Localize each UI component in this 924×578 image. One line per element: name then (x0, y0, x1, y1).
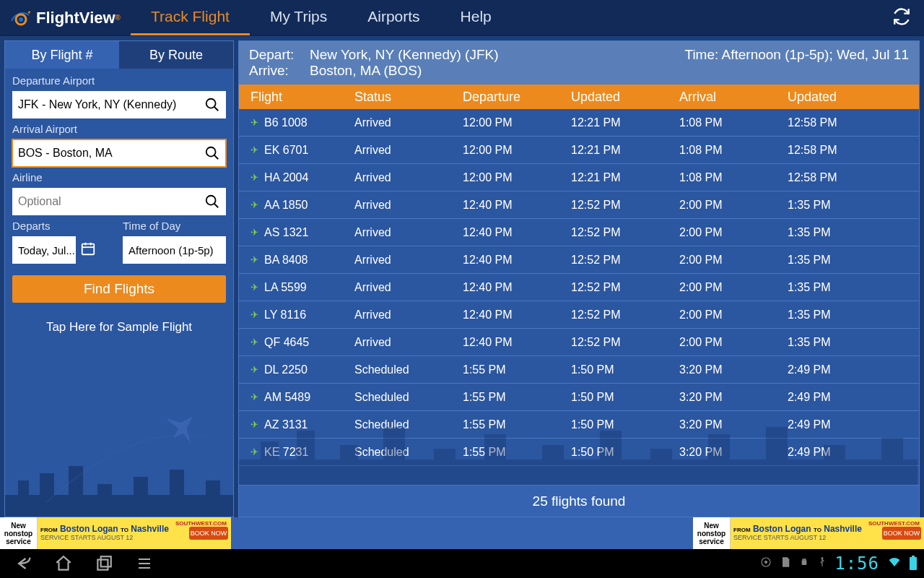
calendar-icon[interactable] (80, 241, 96, 259)
date-input[interactable]: Today, Jul... (12, 236, 76, 264)
arrival-input-wrap[interactable] (12, 139, 226, 167)
svg-point-21 (765, 561, 767, 564)
svg-line-3 (214, 107, 219, 111)
ad-banner-right[interactable]: New nonstop service FROM Boston Logan TO… (693, 517, 924, 549)
flight-row[interactable]: ✈LA 5599Arrived12:40 PM12:52 PM2:00 PM1:… (239, 274, 919, 301)
cell-departure: 12:00 PM (463, 171, 571, 184)
col-arrival: Arrival (679, 90, 788, 105)
plane-icon: ✈ (250, 419, 258, 430)
wifi-icon (886, 556, 902, 571)
ad-book-button[interactable]: BOOK NOW (189, 527, 228, 540)
cell-updated2: 1:35 PM (788, 336, 919, 349)
cell-departure: 1:55 PM (463, 418, 571, 431)
plane-icon: ✈ (250, 144, 258, 155)
back-icon[interactable] (13, 553, 33, 574)
sample-flight-link[interactable]: Tap Here for Sample Flight (12, 320, 226, 335)
cell-updated2: 12:58 PM (788, 116, 919, 129)
flight-row[interactable]: ✈EK 6701Arrived12:00 PM12:21 PM1:08 PM12… (239, 137, 919, 164)
cell-status: Arrived (354, 336, 463, 349)
gps-icon (759, 556, 772, 571)
cell-updated2: 2:49 PM (788, 363, 919, 376)
tab-airports[interactable]: Airports (347, 0, 440, 35)
col-updated2: Updated (788, 90, 919, 105)
airline-input[interactable] (18, 195, 204, 208)
flight-row[interactable]: ✈AS 1321Arrived12:40 PM12:52 PM2:00 PM1:… (239, 219, 919, 246)
flight-number: AZ 3131 (264, 418, 308, 431)
results-panel: Depart:New York, NY (Kennedy) (JFK) Arri… (238, 40, 920, 517)
svg-rect-8 (82, 244, 95, 255)
flight-row[interactable]: ✈AZ 3131Scheduled1:55 PM1:50 PM3:20 PM2:… (239, 411, 919, 439)
flight-number: AM 5489 (264, 391, 310, 404)
flight-row[interactable]: ✈BA 8408Arrived12:40 PM12:52 PM2:00 PM1:… (239, 246, 919, 274)
flight-row[interactable]: ✈AM 5489Scheduled1:55 PM1:50 PM3:20 PM2:… (239, 384, 919, 411)
flight-row[interactable]: ✈QF 4645Arrived12:40 PM12:52 PM2:00 PM1:… (239, 329, 919, 356)
header-arrive-key: Arrive: (249, 63, 301, 79)
flight-row[interactable]: ✈HA 2004Arrived12:00 PM12:21 PM1:08 PM12… (239, 164, 919, 191)
plane-icon: ✈ (250, 364, 258, 375)
airline-input-wrap[interactable] (12, 188, 226, 215)
cell-updated1: 12:52 PM (571, 336, 679, 349)
cell-updated1: 1:50 PM (571, 391, 679, 404)
recents-icon[interactable] (94, 553, 114, 574)
cell-departure: 1:55 PM (463, 391, 571, 404)
cell-updated1: 12:21 PM (571, 116, 679, 129)
cell-updated2: 1:35 PM (788, 199, 919, 212)
cell-arrival: 1:08 PM (679, 116, 788, 129)
cell-status: Arrived (354, 199, 463, 212)
ad-banner-left[interactable]: New nonstop service FROM Boston Logan TO… (0, 517, 231, 549)
flight-row[interactable]: ✈KE 7231Scheduled1:55 PM1:50 PM3:20 PM2:… (239, 439, 919, 466)
header-arrive-value: Boston, MA (BOS) (310, 63, 422, 79)
cell-departure: 12:40 PM (463, 199, 571, 212)
menu-icon[interactable] (134, 553, 154, 574)
cell-arrival: 2:00 PM (679, 199, 788, 212)
flight-number: BA 8408 (264, 254, 308, 267)
app-logo[interactable]: FlightView® (0, 9, 131, 27)
departure-input[interactable] (18, 98, 204, 111)
plane-icon: ✈ (250, 309, 258, 320)
departure-input-wrap[interactable] (12, 91, 226, 118)
cell-updated2: 12:58 PM (788, 144, 919, 157)
tab-by-flight[interactable]: By Flight # (5, 41, 119, 69)
tab-my-trips[interactable]: My Trips (250, 0, 347, 35)
plane-icon: ✈ (250, 282, 258, 293)
svg-point-26 (821, 558, 823, 559)
flight-row[interactable]: ✈DL 2250Scheduled1:55 PM1:50 PM3:20 PM2:… (239, 356, 919, 384)
cell-updated2: 2:49 PM (788, 418, 919, 431)
cell-arrival: 3:20 PM (679, 391, 788, 404)
logo-icon (10, 9, 32, 27)
label-departs: Departs (12, 220, 116, 232)
refresh-button[interactable] (879, 7, 924, 29)
tab-help[interactable]: Help (440, 0, 512, 35)
cell-departure: 12:40 PM (463, 281, 571, 294)
label-departure: Departure Airport (12, 74, 226, 87)
plane-icon: ✈ (250, 199, 258, 210)
sd-icon (780, 556, 791, 571)
flight-row[interactable]: ✈B6 1008Arrived12:00 PM12:21 PM1:08 PM12… (239, 109, 919, 137)
cell-arrival: 1:08 PM (679, 171, 788, 184)
logo-text: FlightView (36, 9, 116, 27)
results-footer: 25 flights found (239, 485, 919, 517)
time-of-day-select[interactable]: Afternoon (1p-5p) (123, 236, 226, 264)
arrival-input[interactable] (18, 147, 204, 160)
cell-arrival: 3:20 PM (679, 446, 788, 459)
cell-arrival: 1:08 PM (679, 144, 788, 157)
tab-track-flight[interactable]: Track Flight (131, 0, 250, 35)
android-icon (798, 556, 810, 571)
flight-row[interactable]: ✈LY 8116Arrived12:40 PM12:52 PM2:00 PM1:… (239, 301, 919, 329)
plane-icon: ✈ (250, 117, 258, 128)
home-icon[interactable] (53, 553, 74, 574)
plane-icon: ✈ (250, 392, 258, 402)
cell-departure: 12:00 PM (463, 116, 571, 129)
cell-status: Scheduled (354, 391, 463, 404)
cell-updated2: 2:49 PM (788, 446, 919, 459)
flight-row[interactable]: ✈AA 1850Arrived12:40 PM12:52 PM2:00 PM1:… (239, 191, 919, 219)
ad-newnonstop: New nonstop service (3, 522, 34, 545)
cell-status: Scheduled (354, 418, 463, 431)
cell-status: Arrived (354, 309, 463, 322)
tab-by-route[interactable]: By Route (119, 41, 233, 69)
logo-reg: ® (116, 14, 121, 22)
cell-arrival: 2:00 PM (679, 336, 788, 349)
header-depart-key: Depart: (249, 47, 301, 63)
label-airline: Airline (12, 171, 226, 184)
find-flights-button[interactable]: Find Flights (12, 275, 226, 303)
